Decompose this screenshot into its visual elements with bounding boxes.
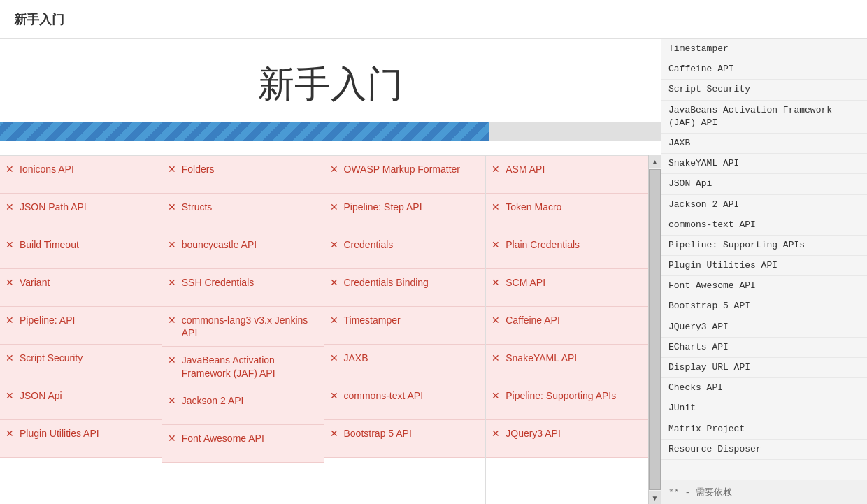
plugin-item[interactable]: ✕Timestamper: [324, 307, 486, 345]
remove-plugin-button[interactable]: ✕: [330, 352, 338, 363]
remove-plugin-button[interactable]: ✕: [168, 277, 176, 288]
plugin-name-label: JAXB: [344, 352, 368, 364]
plugin-item[interactable]: ✕Token Macro: [486, 194, 648, 231]
remove-plugin-button[interactable]: ✕: [492, 428, 500, 439]
plugin-name-label: Folders: [182, 163, 215, 175]
plugin-item[interactable]: ✕JSON Path API: [0, 194, 162, 231]
remove-plugin-button[interactable]: ✕: [168, 354, 176, 366]
right-list[interactable]: TimestamperCaffeine APIScript SecurityJa…: [661, 39, 867, 480]
plugin-item[interactable]: ✕Variant: [0, 269, 162, 307]
remove-plugin-button[interactable]: ✕: [6, 164, 14, 175]
right-list-item[interactable]: Display URL API: [661, 358, 867, 378]
right-list-item[interactable]: JQuery3 API: [661, 317, 867, 338]
plugin-item[interactable]: ✕JAXB: [324, 345, 486, 382]
remove-plugin-button[interactable]: ✕: [492, 201, 500, 213]
right-list-item[interactable]: Plugin Utilities API: [661, 256, 867, 276]
right-list-item[interactable]: JavaBeans Activation Framework (JAF) API: [661, 101, 867, 134]
plugin-item[interactable]: ✕commons-text API: [324, 382, 486, 420]
plugin-item[interactable]: ✕SnakeYAML API: [486, 345, 648, 382]
remove-plugin-button[interactable]: ✕: [6, 239, 14, 250]
plugin-item[interactable]: ✕JSON Api: [0, 382, 162, 420]
plugin-item[interactable]: ✕Caffeine API: [486, 307, 648, 345]
plugin-item[interactable]: ✕Folders: [162, 156, 324, 194]
remove-plugin-button[interactable]: ✕: [6, 277, 14, 288]
plugin-item[interactable]: ✕Ionicons API: [0, 156, 162, 194]
right-list-item[interactable]: JUnit: [661, 398, 867, 419]
scroll-thumb[interactable]: [649, 169, 661, 490]
plugin-item[interactable]: ✕bouncycastle API: [162, 231, 324, 269]
remove-plugin-button[interactable]: ✕: [6, 315, 14, 326]
remove-plugin-button[interactable]: ✕: [168, 395, 176, 406]
plugin-item[interactable]: ✕OWASP Markup Formatter: [324, 156, 486, 194]
remove-plugin-button[interactable]: ✕: [6, 390, 14, 401]
plugin-name-label: Credentials: [344, 238, 394, 251]
scroll-up-arrow[interactable]: ▲: [649, 155, 661, 168]
remove-plugin-button[interactable]: ✕: [6, 428, 14, 439]
right-list-item[interactable]: Matrix Project: [661, 419, 867, 440]
remove-plugin-button[interactable]: ✕: [330, 239, 338, 250]
right-list-item[interactable]: Checks API: [661, 378, 867, 398]
plugin-item[interactable]: ✕Structs: [162, 194, 324, 231]
scroll-down-arrow[interactable]: ▼: [649, 491, 661, 504]
remove-plugin-button[interactable]: ✕: [168, 315, 176, 326]
plugin-name-label: Variant: [20, 276, 50, 289]
plugin-name-label: Credentials Binding: [344, 276, 429, 289]
left-scrollbar[interactable]: ▲ ▼: [648, 155, 661, 504]
plugin-item[interactable]: ✕Font Awesome API: [162, 425, 324, 463]
right-list-item[interactable]: Pipeline: Supporting APIs: [661, 236, 867, 256]
right-list-item[interactable]: ECharts API: [661, 338, 867, 358]
remove-plugin-button[interactable]: ✕: [330, 277, 338, 288]
plugin-item[interactable]: ✕Credentials Binding: [324, 269, 486, 307]
plugin-item[interactable]: ✕JavaBeans Activation Framework (JAF) AP…: [162, 347, 324, 387]
remove-plugin-button[interactable]: ✕: [492, 315, 500, 326]
right-list-item[interactable]: Caffeine API: [661, 59, 867, 80]
remove-plugin-button[interactable]: ✕: [330, 164, 338, 175]
remove-plugin-button[interactable]: ✕: [492, 277, 500, 288]
remove-plugin-button[interactable]: ✕: [168, 239, 176, 250]
plugin-item[interactable]: ✕SSH Credentials: [162, 269, 324, 307]
plugin-name-label: commons-text API: [344, 389, 424, 402]
remove-plugin-button[interactable]: ✕: [6, 352, 14, 363]
plugin-item[interactable]: ✕ASM API: [486, 156, 648, 194]
plugin-item[interactable]: ✕JQuery3 API: [486, 420, 648, 458]
right-list-item[interactable]: Script Security: [661, 80, 867, 100]
plugin-item[interactable]: ✕Script Security: [0, 345, 162, 382]
plugin-name-label: SSH Credentials: [182, 276, 255, 289]
plugin-item[interactable]: ✕Pipeline: API: [0, 307, 162, 345]
remove-plugin-button[interactable]: ✕: [6, 201, 14, 213]
plugin-item[interactable]: ✕Credentials: [324, 231, 486, 269]
right-list-item[interactable]: Timestamper: [661, 39, 867, 59]
remove-plugin-button[interactable]: ✕: [492, 164, 500, 175]
right-list-item[interactable]: JAXB: [661, 134, 867, 154]
plugin-item[interactable]: ✕Pipeline: Supporting APIs: [486, 382, 648, 420]
right-list-item[interactable]: Resource Disposer: [661, 440, 867, 460]
plugin-name-label: ASM API: [506, 163, 545, 175]
right-list-item[interactable]: Bootstrap 5 API: [661, 296, 867, 317]
remove-plugin-button[interactable]: ✕: [168, 201, 176, 213]
plugin-col-2: ✕OWASP Markup Formatter✕Pipeline: Step A…: [324, 156, 487, 504]
remove-plugin-button[interactable]: ✕: [330, 428, 338, 439]
right-list-item[interactable]: commons-text API: [661, 215, 867, 236]
plugin-item[interactable]: ✕commons-lang3 v3.x Jenkins API: [162, 307, 324, 347]
remove-plugin-button[interactable]: ✕: [330, 315, 338, 326]
plugin-item[interactable]: ✕Pipeline: Step API: [324, 194, 486, 231]
remove-plugin-button[interactable]: ✕: [492, 390, 500, 401]
plugin-item[interactable]: ✕Plugin Utilities API: [0, 420, 162, 458]
remove-plugin-button[interactable]: ✕: [330, 201, 338, 213]
right-list-item[interactable]: Font Awesome API: [661, 276, 867, 296]
right-list-item[interactable]: Jackson 2 API: [661, 195, 867, 215]
plugin-col-3: ✕ASM API✕Token Macro✕Plain Credentials✕S…: [486, 156, 648, 504]
right-list-item[interactable]: SnakeYAML API: [661, 154, 867, 174]
plugin-name-label: Bootstrap 5 API: [344, 427, 412, 440]
plugin-item[interactable]: ✕SCM API: [486, 269, 648, 307]
remove-plugin-button[interactable]: ✕: [492, 239, 500, 250]
plugin-item[interactable]: ✕Build Timeout: [0, 231, 162, 269]
remove-plugin-button[interactable]: ✕: [168, 433, 176, 444]
remove-plugin-button[interactable]: ✕: [168, 164, 176, 175]
plugin-item[interactable]: ✕Plain Credentials: [486, 231, 648, 269]
plugin-item[interactable]: ✕Jackson 2 API: [162, 387, 324, 425]
remove-plugin-button[interactable]: ✕: [330, 390, 338, 401]
right-list-item[interactable]: JSON Api: [661, 174, 867, 194]
plugin-item[interactable]: ✕Bootstrap 5 API: [324, 420, 486, 458]
remove-plugin-button[interactable]: ✕: [492, 352, 500, 363]
